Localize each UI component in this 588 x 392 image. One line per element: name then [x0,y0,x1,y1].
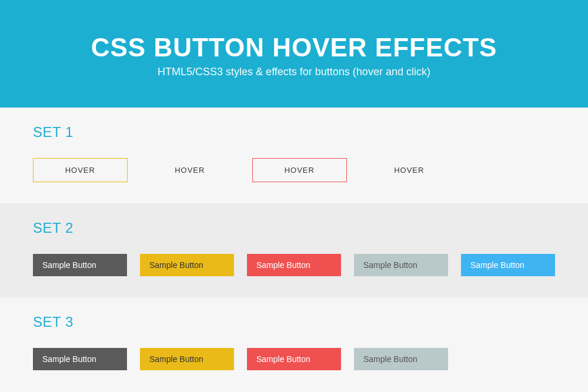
sample-button[interactable]: Sample Button [354,348,448,370]
sample-button[interactable]: Sample Button [461,254,555,276]
set-2-title: SET 2 [33,220,555,236]
section-set-1: SET 1 HOVER HOVER HOVER HOVER [0,108,588,203]
sample-button[interactable]: Sample Button [33,348,127,370]
hover-button[interactable]: HOVER [252,158,347,182]
set-1-buttons: HOVER HOVER HOVER HOVER [33,158,456,182]
set-1-title: SET 1 [33,124,555,140]
page-header: CSS BUTTON HOVER EFFECTS HTML5/CSS3 styl… [0,0,588,108]
hover-button[interactable]: HOVER [362,158,457,182]
hover-button[interactable]: HOVER [143,158,238,182]
page-title: CSS BUTTON HOVER EFFECTS [12,33,576,62]
set-3-buttons: Sample Button Sample Button Sample Butto… [33,348,555,370]
set-3-title: SET 3 [33,314,555,330]
sample-button[interactable]: Sample Button [140,348,234,370]
sample-button[interactable]: Sample Button [354,254,448,276]
section-set-2: SET 2 Sample Button Sample Button Sample… [0,203,588,297]
sample-button[interactable]: Sample Button [247,254,341,276]
sample-button[interactable]: Sample Button [140,254,234,276]
set-2-buttons: Sample Button Sample Button Sample Butto… [33,254,555,276]
sample-button[interactable]: Sample Button [247,348,341,370]
section-set-3: SET 3 Sample Button Sample Button Sample… [0,297,588,391]
hover-button[interactable]: HOVER [33,158,128,182]
sample-button[interactable]: Sample Button [33,254,127,276]
page-subtitle: HTML5/CSS3 styles & effects for buttons … [12,66,576,78]
